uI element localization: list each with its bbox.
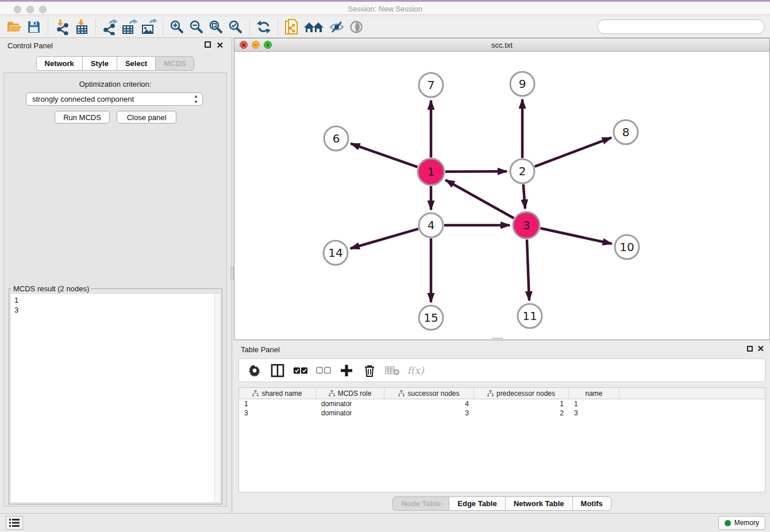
tab-edge-table[interactable]: Edge Table <box>449 496 505 511</box>
graph-node-2[interactable]: 2 <box>510 159 534 183</box>
export-image-icon[interactable] <box>139 18 159 36</box>
table-panel: Table Panel ✕ f(x) shared nameMCDS roles… <box>234 341 770 513</box>
new-network-icon[interactable] <box>282 18 302 36</box>
tab-motifs[interactable]: Motifs <box>572 496 611 511</box>
zoom-selected-icon[interactable] <box>226 18 245 36</box>
graph-edge-2-3[interactable] <box>523 184 525 209</box>
svg-text:7: 7 <box>428 78 435 92</box>
table-panel-float-icon[interactable] <box>747 346 753 352</box>
table-row[interactable]: 3dominator323 <box>239 408 765 418</box>
graph-edge-4-14[interactable] <box>351 229 418 248</box>
graph-edge-1-6[interactable] <box>351 144 417 167</box>
tab-style[interactable]: Style <box>82 56 117 71</box>
table-cell[interactable]: 1 <box>239 399 316 408</box>
graph-node-8[interactable]: 8 <box>614 120 638 144</box>
tab-mcds[interactable]: MCDS <box>155 56 194 71</box>
toolbar-separator <box>163 19 163 35</box>
hide-panel-eye-icon[interactable] <box>327 18 346 36</box>
column-header-MCDS-role[interactable]: MCDS role <box>316 388 384 399</box>
column-header-successor-nodes[interactable]: successor nodes <box>384 388 474 399</box>
export-table-icon[interactable] <box>120 18 139 36</box>
select-all-columns-icon[interactable] <box>293 363 308 378</box>
task-list-button[interactable] <box>6 516 23 530</box>
zoom-in-icon[interactable] <box>167 18 187 36</box>
graph-node-11[interactable]: 11 <box>518 304 542 328</box>
graph-node-4[interactable]: 4 <box>419 213 443 237</box>
deselect-all-columns-icon[interactable] <box>316 363 331 378</box>
tab-network-table[interactable]: Network Table <box>505 496 573 511</box>
table-cell[interactable]: 3 <box>239 408 316 418</box>
svg-text:10: 10 <box>619 240 634 254</box>
table-cell[interactable]: 4 <box>384 399 474 408</box>
tab-select[interactable]: Select <box>117 56 156 71</box>
graph-edge-3-10[interactable] <box>540 228 611 244</box>
memory-button[interactable]: Memory <box>718 516 765 530</box>
svg-text:14: 14 <box>328 246 342 260</box>
search-input[interactable] <box>597 20 765 34</box>
graph-node-3[interactable]: 3 <box>513 212 540 238</box>
column-header-name[interactable]: name <box>569 388 619 399</box>
apply-function-icon[interactable]: f(x) <box>408 363 423 378</box>
close-panel-button[interactable]: Close panel <box>117 111 176 124</box>
graph-node-15[interactable]: 15 <box>419 306 443 330</box>
table-cell[interactable]: 1 <box>474 399 569 408</box>
table-panel-title: Table Panel <box>241 345 280 354</box>
open-session-icon[interactable] <box>5 18 24 36</box>
tab-network[interactable]: Network <box>36 56 83 71</box>
table-cell[interactable]: 1 <box>569 399 619 408</box>
table-cell[interactable]: 3 <box>384 408 474 418</box>
refresh-icon[interactable] <box>254 18 274 36</box>
graph-node-10[interactable]: 10 <box>615 235 639 259</box>
column-type-icon <box>252 390 259 396</box>
graph-edge-1-2[interactable] <box>445 171 507 172</box>
mcds-result-scrollbar[interactable] <box>214 294 220 502</box>
graph-node-14[interactable]: 14 <box>324 241 348 265</box>
save-session-icon[interactable] <box>24 18 44 36</box>
home-icon[interactable] <box>302 18 327 36</box>
import-table-icon[interactable] <box>72 18 91 36</box>
network-window-titlebar[interactable]: ✕ − + scc.txt <box>234 38 769 52</box>
export-network-icon[interactable] <box>100 18 120 36</box>
table-cell[interactable]: 2 <box>474 408 569 418</box>
table-cell[interactable]: dominator <box>316 399 384 408</box>
control-panel-float-icon[interactable] <box>205 41 211 48</box>
graph-edge-3-11[interactable] <box>527 240 529 300</box>
delete-column-trash-icon[interactable] <box>362 363 377 378</box>
zoom-fit-icon[interactable] <box>206 18 226 36</box>
table-panel-close-icon[interactable]: ✕ <box>757 345 764 352</box>
svg-text:8: 8 <box>622 125 630 139</box>
column-header-label: MCDS role <box>338 390 372 398</box>
table-row[interactable]: 1dominator411 <box>239 399 765 408</box>
column-header-predecessor-nodes[interactable]: predecessor nodes <box>474 388 569 399</box>
show-view-eye-icon[interactable] <box>346 18 366 36</box>
settings-gear-icon[interactable] <box>247 363 262 378</box>
tab-node-table[interactable]: Node Table <box>392 496 449 511</box>
mcds-result-title: MCDS result (2 nodes) <box>11 284 91 293</box>
run-mcds-button[interactable]: Run MCDS <box>55 111 110 124</box>
criterion-dropdown[interactable]: strongly connected component ▲▼ <box>26 92 203 106</box>
app-title-bar: Session: New Session <box>0 0 770 15</box>
graph-edge-3-1[interactable] <box>445 180 514 218</box>
graph-edge-2-8[interactable] <box>535 138 611 167</box>
zoom-out-icon[interactable] <box>187 18 206 36</box>
svg-text:6: 6 <box>333 132 340 145</box>
import-network-icon[interactable] <box>52 18 72 36</box>
network-canvas[interactable]: 7968124314101511 <box>234 52 769 340</box>
graph-node-7[interactable]: 7 <box>419 73 443 97</box>
svg-text:11: 11 <box>522 309 537 323</box>
mcds-result-text[interactable]: 1 3 <box>11 294 214 502</box>
split-view-icon[interactable] <box>270 363 285 378</box>
graph-node-6[interactable]: 6 <box>324 126 348 151</box>
add-column-icon[interactable] <box>339 363 354 378</box>
svg-text:4: 4 <box>428 218 435 232</box>
control-panel-close-icon[interactable]: ✕ <box>216 41 224 49</box>
column-header-label: successor nodes <box>407 390 459 398</box>
graph-node-9[interactable]: 9 <box>510 72 534 96</box>
table-cell[interactable]: 3 <box>569 408 619 418</box>
status-bar: Memory <box>0 513 770 532</box>
delete-table-icon[interactable] <box>385 363 400 378</box>
column-header-shared-name[interactable]: shared name <box>239 388 316 399</box>
horizontal-splitter-grip[interactable] <box>492 338 503 341</box>
table-cell[interactable]: dominator <box>316 408 384 418</box>
graph-node-1[interactable]: 1 <box>418 159 444 185</box>
